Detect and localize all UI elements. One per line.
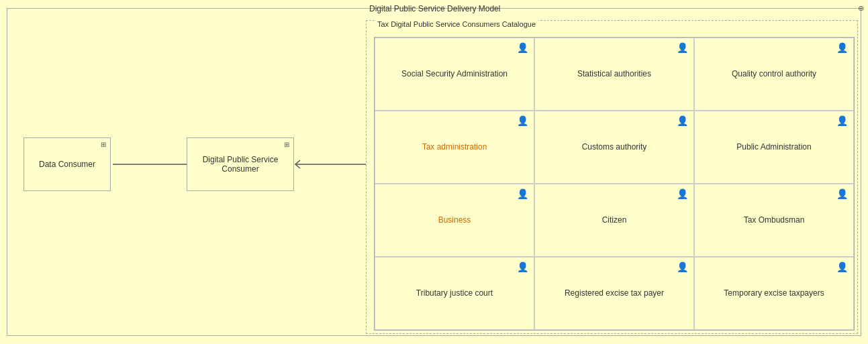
person-icon-8: 👤 bbox=[836, 188, 848, 199]
catalogue-title: Tax Digital Public Service Consumers Cat… bbox=[375, 20, 538, 28]
cell-label-2: Quality control authority bbox=[732, 68, 816, 80]
cell-label-6: Business bbox=[438, 215, 471, 226]
person-icon-9: 👤 bbox=[517, 262, 528, 272]
person-icon-11: 👤 bbox=[836, 262, 848, 272]
data-consumer-label: Data Consumer bbox=[39, 160, 95, 169]
person-icon-1: 👤 bbox=[677, 42, 688, 53]
grid-cell-0: 👤Social Security Administration bbox=[375, 38, 534, 111]
dpsc-label: Digital Public Service Consumer bbox=[187, 155, 293, 174]
grid-cell-3: 👤Tax administration bbox=[375, 111, 534, 184]
person-icon-0: 👤 bbox=[517, 42, 528, 53]
cell-label-3: Tax administration bbox=[422, 141, 487, 153]
cell-label-10: Registered excise tax payer bbox=[565, 288, 664, 299]
cell-label-4: Customs authority bbox=[582, 141, 647, 153]
grid-cell-10: 👤Registered excise tax payer bbox=[534, 257, 694, 330]
cell-label-0: Social Security Administration bbox=[401, 68, 508, 80]
grid-cell-11: 👤Temporary excise taxpayers bbox=[694, 257, 854, 330]
grid-cell-8: 👤Tax Ombudsman bbox=[694, 184, 854, 257]
cell-label-9: Tributary justice court bbox=[416, 288, 493, 299]
grid-cell-5: 👤Public Administration bbox=[694, 111, 854, 184]
canvas: Digital Public Service Delivery Model ⊕ … bbox=[0, 0, 868, 344]
person-icon-5: 👤 bbox=[836, 115, 848, 126]
diagram-title: Digital Public Service Delivery Model bbox=[369, 4, 500, 13]
person-icon-10: 👤 bbox=[677, 262, 688, 272]
cell-label-8: Tax Ombudsman bbox=[744, 215, 805, 226]
data-consumer-box: ⊞ Data Consumer bbox=[23, 137, 111, 191]
cell-label-11: Temporary excise taxpayers bbox=[724, 288, 824, 299]
dpsc-icon: ⊞ bbox=[284, 141, 289, 148]
person-icon-3: 👤 bbox=[517, 115, 528, 126]
diagram-icon: ⊕ bbox=[858, 4, 864, 13]
person-icon-7: 👤 bbox=[677, 188, 688, 199]
cell-label-1: Statistical authorities bbox=[577, 68, 651, 80]
grid-cell-9: 👤Tributary justice court bbox=[375, 257, 534, 330]
grid-cell-4: 👤Customs authority bbox=[534, 111, 694, 184]
cell-label-5: Public Administration bbox=[736, 141, 811, 153]
person-icon-6: 👤 bbox=[517, 188, 528, 199]
dpsc-box: ⊞ Digital Public Service Consumer bbox=[187, 137, 294, 191]
cell-label-7: Citizen bbox=[602, 215, 627, 226]
grid-cell-1: 👤Statistical authorities bbox=[534, 38, 694, 111]
grid-cell-6: 👤Business bbox=[375, 184, 534, 257]
data-consumer-icon: ⊞ bbox=[101, 141, 106, 148]
grid-cell-7: 👤Citizen bbox=[534, 184, 694, 257]
person-icon-2: 👤 bbox=[836, 42, 848, 53]
grid-container: 👤Social Security Administration👤Statisti… bbox=[374, 37, 855, 331]
grid-cell-2: 👤Quality control authority bbox=[694, 38, 854, 111]
person-icon-4: 👤 bbox=[677, 115, 688, 126]
